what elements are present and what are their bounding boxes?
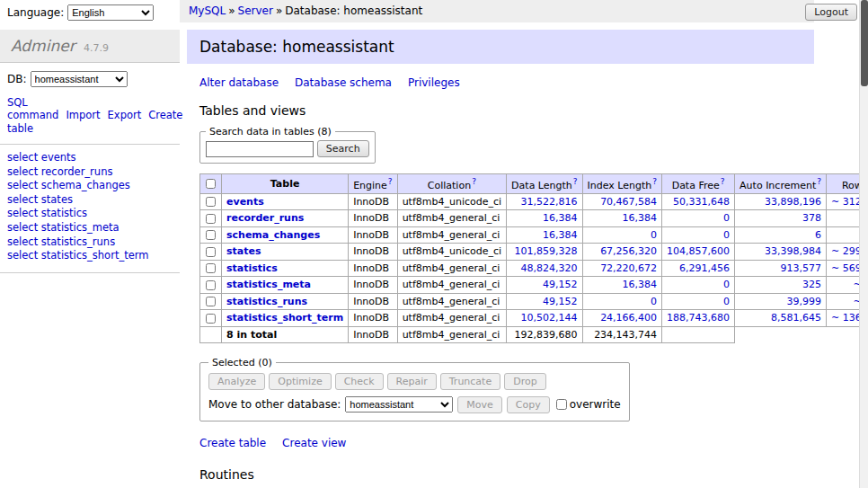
tables-overview-table: Table Engine? Collation? Data Length? In…	[199, 173, 868, 343]
language-select[interactable]: English	[67, 4, 154, 21]
db-select[interactable]: homeassistant	[31, 71, 128, 87]
doc-link[interactable]: ?	[652, 177, 657, 186]
auto-increment-link[interactable]: 378	[802, 212, 821, 224]
sidebar-table-list: select eventsselect recorder_runsselect …	[0, 145, 180, 273]
auto-increment-link[interactable]: 6	[815, 229, 821, 241]
breadcrumb: MySQL»Server»Database: homeassistant	[180, 0, 814, 22]
data-length-link[interactable]: 10,502,144	[521, 312, 578, 324]
table-name-link[interactable]: states	[226, 245, 261, 257]
auto-increment-link[interactable]: 33,898,196	[765, 196, 821, 208]
data-length-link[interactable]: 101,859,328	[515, 245, 578, 257]
index-length-link[interactable]: 0	[651, 296, 657, 307]
logout-button[interactable]: Logout	[805, 4, 857, 21]
breadcrumb-separator: »	[276, 4, 282, 17]
data-free-link[interactable]: 0	[723, 229, 730, 241]
row-checkbox[interactable]	[206, 263, 216, 273]
scrollbar-thumb[interactable]	[861, 0, 868, 86]
sidebar-action-link[interactable]: SQL command	[7, 96, 58, 121]
db-nav-link[interactable]: Database schema	[295, 76, 392, 89]
table-name-link[interactable]: statistics_short_term	[226, 312, 343, 324]
table-name-link[interactable]: recorder_runs	[226, 212, 304, 224]
breadcrumb-mysql-link[interactable]: MySQL	[189, 4, 226, 17]
overwrite-checkbox[interactable]	[556, 399, 567, 410]
row-checkbox[interactable]	[206, 247, 216, 257]
bulk-actions: AnalyzeOptimizeCheckRepairTruncateDrop	[208, 373, 621, 390]
scrollbar[interactable]	[859, 0, 868, 488]
row-checkbox[interactable]	[206, 197, 216, 207]
data-length-link[interactable]: 16,384	[543, 229, 578, 241]
table-name-link[interactable]: statistics_meta	[226, 279, 311, 290]
data-length-link[interactable]: 49,152	[543, 279, 578, 290]
sidebar-table-link[interactable]: select statistics	[7, 207, 173, 221]
sidebar-table-link[interactable]: select events	[7, 151, 173, 165]
search-input[interactable]	[206, 141, 314, 157]
data-length-link[interactable]: 16,384	[543, 212, 578, 224]
bulk-action-button[interactable]: Optimize	[269, 373, 331, 390]
breadcrumb-server-link[interactable]: Server	[238, 4, 273, 17]
data-free-link[interactable]: 6,291,456	[679, 262, 730, 274]
row-checkbox[interactable]	[206, 314, 216, 324]
data-length-link[interactable]: 49,152	[543, 296, 578, 307]
sidebar-action-link[interactable]: Import	[66, 109, 100, 121]
engine-cell: InnoDB	[349, 226, 397, 244]
sidebar-action-link[interactable]: Export	[108, 109, 142, 121]
data-free-link[interactable]: 0	[723, 212, 730, 224]
index-length-link[interactable]: 72,220,672	[600, 262, 657, 274]
row-checkbox[interactable]	[206, 280, 216, 290]
index-length-link[interactable]: 70,467,584	[600, 196, 657, 208]
table-name-link[interactable]: statistics	[226, 262, 278, 274]
row-checkbox[interactable]	[206, 230, 216, 240]
auto-increment-link[interactable]: 913,577	[781, 262, 822, 274]
select-all-checkbox[interactable]	[206, 179, 216, 189]
copy-button[interactable]: Copy	[507, 396, 550, 413]
sidebar-table-link[interactable]: select states	[7, 193, 173, 208]
create-link[interactable]: Create view	[282, 437, 346, 449]
data-free-link[interactable]: 50,331,648	[673, 196, 730, 208]
db-nav-link[interactable]: Privileges	[408, 76, 460, 89]
auto-increment-link[interactable]: 33,398,984	[765, 245, 821, 257]
row-checkbox[interactable]	[206, 297, 216, 306]
adminer-brand-link[interactable]: Adminer	[11, 37, 75, 55]
search-button[interactable]: Search	[317, 140, 369, 157]
db-nav-link[interactable]: Alter database	[199, 76, 279, 89]
data-free-link[interactable]: 104,857,600	[667, 245, 730, 257]
db-nav-links: Alter databaseDatabase schemaPrivileges	[199, 76, 814, 89]
auto-increment-link[interactable]: 325	[802, 279, 821, 290]
table-name-link[interactable]: statistics_runs	[226, 296, 307, 307]
bulk-action-button[interactable]: Drop	[504, 373, 545, 390]
doc-link[interactable]: ?	[721, 177, 725, 186]
doc-link[interactable]: ?	[472, 177, 476, 186]
table-row: statistics_runs InnoDB utf8mb4_general_c…	[200, 293, 868, 310]
create-link[interactable]: Create table	[199, 437, 266, 449]
data-free-link[interactable]: 0	[723, 279, 730, 290]
doc-link[interactable]: ?	[573, 177, 578, 186]
sidebar-table-link[interactable]: select recorder_runs	[7, 165, 173, 180]
bulk-action-button[interactable]: Analyze	[208, 373, 265, 390]
data-length-link[interactable]: 48,824,320	[521, 262, 578, 274]
bulk-action-button[interactable]: Repair	[387, 373, 437, 390]
collation-cell: utf8mb4_unicode_ci	[397, 244, 506, 261]
table-name-link[interactable]: schema_changes	[226, 229, 320, 241]
table-name-link[interactable]: events	[226, 196, 264, 208]
auto-increment-link[interactable]: 39,999	[787, 296, 822, 307]
row-checkbox[interactable]	[206, 214, 216, 224]
sidebar-table-link[interactable]: select statistics_meta	[7, 221, 173, 235]
move-button[interactable]: Move	[457, 396, 502, 413]
move-database-select[interactable]: homeassistant	[345, 396, 453, 413]
index-length-link[interactable]: 67,256,320	[600, 245, 657, 257]
doc-link[interactable]: ?	[388, 177, 393, 186]
data-free-link[interactable]: 0	[723, 296, 730, 307]
sidebar-table-link[interactable]: select statistics_short_term	[7, 249, 173, 263]
bulk-action-button[interactable]: Truncate	[440, 373, 500, 390]
auto-increment-link[interactable]: 8,581,645	[771, 312, 821, 324]
sidebar-table-link[interactable]: select schema_changes	[7, 179, 173, 193]
data-length-link[interactable]: 31,522,816	[521, 196, 578, 208]
doc-link[interactable]: ?	[817, 177, 821, 186]
index-length-link[interactable]: 24,166,400	[600, 312, 657, 324]
index-length-link[interactable]: 16,384	[623, 279, 658, 290]
sidebar-table-link[interactable]: select statistics_runs	[7, 235, 173, 250]
index-length-link[interactable]: 0	[651, 229, 657, 241]
bulk-action-button[interactable]: Check	[335, 373, 384, 390]
index-length-link[interactable]: 16,384	[623, 212, 658, 224]
data-free-link[interactable]: 188,743,680	[667, 312, 730, 324]
